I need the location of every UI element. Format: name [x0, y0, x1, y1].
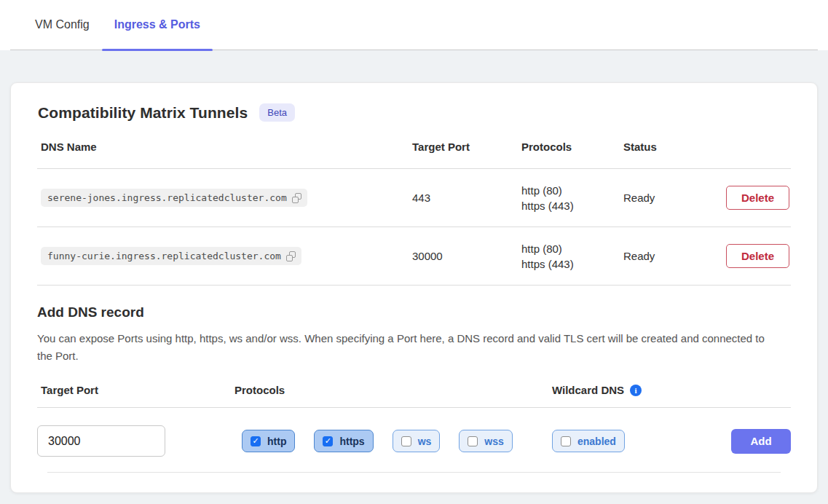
target-port-value: 443 [412, 192, 521, 204]
form-row: http https ws wss enabled Add [37, 425, 791, 457]
dns-name-pill: funny-curie.ingress.replicatedcluster.co… [41, 247, 301, 265]
protocols-value: http (80) https (443) [521, 183, 623, 213]
card-bottom-divider [47, 472, 781, 473]
form-header-row: Target Port Protocols Wildcard DNS i [37, 384, 791, 408]
target-port-input[interactable] [37, 425, 165, 457]
info-icon[interactable]: i [630, 385, 642, 396]
protocols-value: http (80) https (443) [521, 241, 623, 272]
form-header-protocols: Protocols [234, 384, 552, 396]
tab-vm-config[interactable]: VM Config [23, 0, 102, 50]
tab-bar: VM Config Ingress & Ports [0, 0, 828, 50]
status-value: Ready [623, 192, 726, 204]
add-dns-record-description: You can expose Ports using http, https, … [37, 330, 773, 365]
tunnels-table-header: DNS Name Target Port Protocols Status [37, 122, 791, 168]
protocol-checkbox-ws[interactable]: ws [393, 430, 441, 452]
checkbox-icon [468, 436, 478, 446]
checkbox-label: https [339, 436, 364, 447]
col-header-status: Status [623, 141, 726, 153]
checkbox-icon [251, 436, 261, 446]
form-header-wildcard-dns: Wildcard DNS [552, 384, 624, 396]
dns-name-pill: serene-jones.ingress.replicatedcluster.c… [41, 189, 307, 207]
protocol-checkbox-https[interactable]: https [314, 430, 373, 452]
checkbox-label: enabled [577, 436, 616, 447]
delete-button[interactable]: Delete [726, 244, 789, 268]
delete-button[interactable]: Delete [726, 186, 789, 210]
wildcard-enabled-checkbox[interactable]: enabled [552, 430, 625, 452]
checkbox-label: wss [484, 436, 503, 447]
col-header-target-port: Target Port [412, 141, 521, 153]
add-button[interactable]: Add [731, 429, 791, 454]
tab-ingress-ports[interactable]: Ingress & Ports [102, 0, 213, 50]
checkbox-icon [561, 436, 571, 446]
copy-icon[interactable] [286, 251, 296, 261]
dns-name-text: serene-jones.ingress.replicatedcluster.c… [47, 192, 287, 203]
checkbox-label: ws [418, 436, 432, 447]
form-header-target-port: Target Port [37, 384, 234, 396]
checkbox-icon [323, 436, 333, 446]
dns-name-text: funny-curie.ingress.replicatedcluster.co… [47, 251, 281, 261]
protocol-checkbox-group: http https ws wss [234, 430, 552, 452]
add-dns-record-title: Add DNS record [37, 304, 791, 320]
beta-badge: Beta [259, 103, 295, 122]
target-port-value: 30000 [412, 250, 521, 262]
col-header-dns-name: DNS Name [37, 141, 412, 153]
tunnels-card: Compatibility Matrix Tunnels Beta DNS Na… [10, 82, 818, 493]
table-row: funny-curie.ingress.replicatedcluster.co… [37, 227, 791, 285]
status-value: Ready [623, 250, 726, 262]
table-row: serene-jones.ingress.replicatedcluster.c… [37, 168, 791, 227]
col-header-protocols: Protocols [521, 141, 623, 153]
checkbox-icon [401, 436, 411, 446]
protocol-checkbox-wss[interactable]: wss [459, 430, 512, 452]
card-title: Compatibility Matrix Tunnels [38, 104, 248, 122]
table-bottom-divider [37, 285, 791, 286]
copy-icon[interactable] [292, 193, 301, 203]
checkbox-label: http [267, 436, 286, 447]
protocol-checkbox-http[interactable]: http [242, 430, 295, 452]
